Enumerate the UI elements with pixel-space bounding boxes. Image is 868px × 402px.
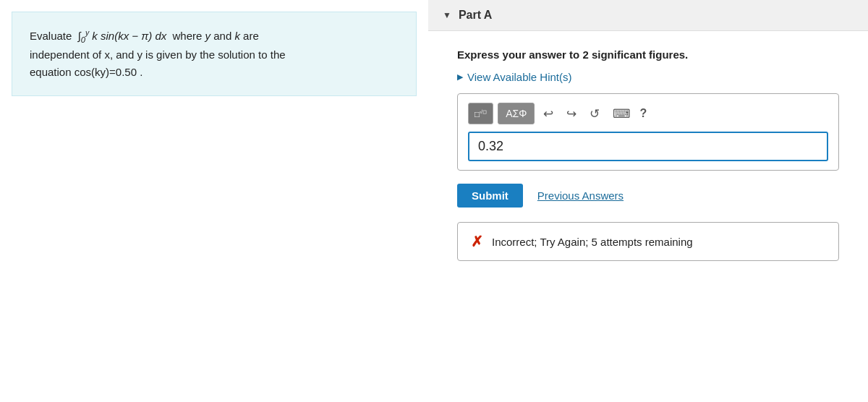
instruction-text: Express your answer to 2 significant fig…: [457, 48, 839, 61]
problem-text: Evaluate ∫0y k sin(kx − π) dx where y an…: [30, 27, 399, 81]
incorrect-icon: ✗: [471, 233, 483, 250]
collapse-chevron[interactable]: ▼: [443, 10, 451, 20]
part-title: Part A: [459, 9, 493, 22]
evaluate-label: Evaluate: [30, 30, 72, 42]
box-icon: □√◻: [475, 108, 487, 119]
undo-icon: ↩: [543, 106, 553, 121]
feedback-message: Incorrect; Try Again; 5 attempts remaini…: [492, 236, 693, 248]
feedback-box: ✗ Incorrect; Try Again; 5 attempts remai…: [457, 222, 839, 261]
redo-icon: ↪: [566, 106, 576, 121]
hint-arrow-icon: ▶: [457, 72, 463, 82]
problem-line2: independent of x, and y is given by the …: [30, 46, 399, 64]
refresh-button[interactable]: ↺: [585, 105, 604, 123]
hint-label: View Available Hint(s): [467, 71, 572, 83]
answer-toolbar: □√◻ ΑΣΦ ↩ ↪ ↺ ⌨ ?: [468, 103, 828, 124]
answer-input[interactable]: [468, 132, 828, 161]
help-icon: ?: [639, 107, 647, 119]
refresh-icon: ↺: [590, 106, 600, 121]
help-button[interactable]: ?: [639, 107, 647, 120]
part-header: ▼ Part A: [428, 0, 868, 31]
problem-panel: Evaluate ∫0y k sin(kx − π) dx where y an…: [12, 12, 417, 96]
problem-line3: equation cos(ky)=0.50 .: [30, 64, 399, 81]
redo-button[interactable]: ↪: [562, 105, 581, 123]
keyboard-button[interactable]: ⌨: [608, 105, 635, 123]
integral-expression: ∫0y k sin(kx − π) dx: [78, 30, 170, 42]
right-panel: ▼ Part A Express your answer to 2 signif…: [428, 0, 868, 402]
submit-button[interactable]: Submit: [457, 184, 523, 208]
answer-container: □√◻ ΑΣΦ ↩ ↪ ↺ ⌨ ?: [457, 93, 839, 171]
previous-answers-link[interactable]: Previous Answers: [537, 189, 624, 202]
keyboard-icon: ⌨: [613, 106, 631, 121]
content-area: Express your answer to 2 significant fig…: [428, 31, 868, 278]
symbol-label: ΑΣΦ: [506, 108, 527, 119]
hint-link[interactable]: ▶ View Available Hint(s): [457, 71, 839, 83]
undo-button[interactable]: ↩: [539, 105, 558, 123]
symbol-button[interactable]: ΑΣΦ: [498, 103, 535, 124]
submit-row: Submit Previous Answers: [457, 184, 839, 208]
box-button[interactable]: □√◻: [468, 103, 493, 124]
where-text: where y and k are: [173, 30, 259, 42]
